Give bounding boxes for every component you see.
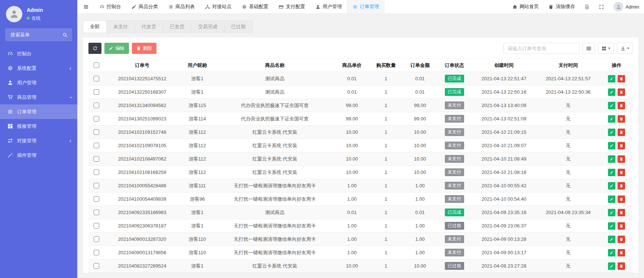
row-delete-button[interactable] bbox=[618, 236, 625, 243]
tab-completed[interactable]: 交易完成 bbox=[191, 20, 224, 33]
row-checkbox[interactable] bbox=[94, 156, 99, 162]
notes-button[interactable] bbox=[580, 0, 594, 13]
topnav-item-dashboard[interactable]: 控制台 bbox=[94, 0, 126, 13]
row-edit-button[interactable] bbox=[608, 249, 615, 256]
cell-product-name: 红盟云卡系统 代安装 bbox=[215, 139, 335, 152]
row-edit-button[interactable] bbox=[608, 222, 615, 230]
row-checkbox[interactable] bbox=[94, 76, 99, 81]
cell-amount: 99.00 bbox=[403, 112, 437, 126]
sidebar-item-label: 对接管理 bbox=[17, 138, 65, 144]
row-edit-button[interactable] bbox=[608, 182, 615, 190]
sidebar: Admin 在线 控制台系统配置‹用户管理商品管理‹订单管理模板管理对接管理‹插… bbox=[0, 0, 77, 278]
menu-search-input[interactable] bbox=[10, 32, 62, 38]
row-checkbox[interactable] bbox=[94, 143, 99, 148]
tab-unpaid[interactable]: 未支付 bbox=[107, 20, 135, 33]
row-edit-button[interactable] bbox=[608, 155, 615, 163]
menu-toggle-button[interactable] bbox=[77, 0, 94, 13]
row-checkbox[interactable] bbox=[94, 250, 99, 255]
row-delete-button[interactable] bbox=[618, 142, 625, 149]
row-edit-button[interactable] bbox=[608, 129, 615, 136]
row-checkbox[interactable] bbox=[94, 89, 99, 95]
row-edit-button[interactable] bbox=[608, 262, 615, 270]
row-delete-button[interactable] bbox=[618, 262, 625, 270]
print-button[interactable] bbox=[583, 43, 595, 54]
row-delete-button[interactable] bbox=[618, 169, 625, 176]
row-edit-button[interactable] bbox=[608, 169, 615, 176]
pencil-icon bbox=[610, 184, 614, 188]
row-delete-button[interactable] bbox=[618, 155, 625, 163]
sidebar-item-docking-management[interactable]: 对接管理‹ bbox=[0, 133, 77, 148]
row-checkbox[interactable] bbox=[94, 236, 99, 242]
row-delete-button[interactable] bbox=[618, 75, 625, 83]
sidebar-item-dashboard[interactable]: 控制台 bbox=[0, 46, 77, 61]
sidebar-item-order-management[interactable]: 订单管理 bbox=[0, 104, 77, 119]
select-all-checkbox[interactable] bbox=[94, 62, 99, 68]
tab-to-deliver[interactable]: 代发货 bbox=[135, 20, 163, 33]
row-delete-button[interactable] bbox=[618, 195, 625, 203]
sidebar-item-system-config[interactable]: 系统配置‹ bbox=[0, 61, 77, 75]
topnav-item-user-management[interactable]: 用户管理 bbox=[310, 0, 347, 13]
row-delete-button[interactable] bbox=[618, 129, 625, 136]
row-edit-button[interactable] bbox=[608, 236, 615, 243]
row-edit-button[interactable] bbox=[608, 102, 615, 109]
sidebar-item-goods-management[interactable]: 商品管理‹ bbox=[0, 90, 77, 104]
sidebar-item-user-management[interactable]: 用户管理 bbox=[0, 75, 77, 90]
cell-created-time: 2021-04-09 00:13:28 bbox=[472, 233, 536, 246]
menu-search[interactable] bbox=[5, 28, 72, 41]
row-edit-button[interactable] bbox=[608, 195, 615, 203]
row-checkbox[interactable] bbox=[94, 169, 99, 175]
row-delete-button[interactable] bbox=[618, 222, 625, 230]
col-header-product-name: 商品名称 bbox=[215, 59, 335, 72]
sidebar-item-plugin-management[interactable]: 插件管理 bbox=[0, 148, 77, 162]
row-checkbox[interactable] bbox=[94, 183, 99, 188]
topnav-item-goods-category[interactable]: 商品分类 bbox=[126, 0, 163, 13]
row-edit-button[interactable] bbox=[608, 142, 615, 149]
sidebar-item-template-management[interactable]: 模板管理 bbox=[0, 119, 77, 133]
refresh-button[interactable] bbox=[88, 43, 101, 54]
cell-created-time: 2021-04-10 21:08:49 bbox=[472, 152, 536, 166]
export-button[interactable]: ▾ bbox=[617, 43, 633, 54]
columns-filter-button[interactable]: ▾ bbox=[598, 43, 614, 54]
row-checkbox[interactable] bbox=[94, 116, 99, 122]
tab-all[interactable]: 全部 bbox=[83, 20, 107, 33]
topnav-item-basic-config[interactable]: 基础配置 bbox=[237, 0, 274, 13]
cell-product-name: 无打扰一键检测清理微信单向好友周卡 bbox=[215, 219, 335, 233]
topnav-item-order-management[interactable]: 订单管理 bbox=[347, 0, 385, 13]
row-checkbox[interactable] bbox=[94, 223, 99, 229]
row-edit-button[interactable] bbox=[608, 75, 615, 83]
row-edit-button[interactable] bbox=[608, 88, 615, 96]
topnav-item-payment-config[interactable]: 支付配置 bbox=[274, 0, 310, 13]
order-search-input[interactable] bbox=[504, 43, 580, 54]
fullscreen-button[interactable] bbox=[594, 0, 609, 13]
clear-cache-link[interactable]: 清除缓存 bbox=[544, 0, 580, 13]
row-delete-button[interactable] bbox=[618, 88, 625, 96]
delete-button[interactable]: 删除 bbox=[132, 43, 156, 54]
row-checkbox[interactable] bbox=[94, 129, 99, 135]
row-delete-button[interactable] bbox=[618, 249, 625, 256]
tab-expired[interactable]: 已过期 bbox=[224, 20, 253, 33]
pencil-icon bbox=[132, 4, 136, 9]
row-delete-button[interactable] bbox=[618, 102, 625, 109]
row-delete-button[interactable] bbox=[618, 182, 625, 190]
row-edit-button[interactable] bbox=[608, 209, 615, 216]
cell-created-time: 2021-04-09 00:13:17 bbox=[472, 246, 536, 259]
row-checkbox[interactable] bbox=[94, 103, 99, 108]
topnav-item-goods-list[interactable]: 商品列表 bbox=[163, 0, 200, 13]
pencil-icon bbox=[610, 251, 614, 255]
row-checkbox[interactable] bbox=[94, 263, 99, 269]
cell-product-name: 测试商品 bbox=[215, 85, 335, 99]
topnav-item-docking-site[interactable]: 对接站点 bbox=[200, 0, 237, 13]
tab-delivered[interactable]: 已发货 bbox=[163, 20, 191, 33]
row-edit-button[interactable] bbox=[608, 115, 615, 123]
row-checkbox[interactable] bbox=[94, 210, 99, 215]
row-delete-button[interactable] bbox=[618, 209, 625, 216]
row-checkbox[interactable] bbox=[94, 196, 99, 202]
site-home-link[interactable]: 网站首页 bbox=[508, 0, 544, 13]
status-badge: 未支付 bbox=[445, 235, 464, 243]
edit-button[interactable]: 编辑 bbox=[104, 43, 129, 54]
user-profile[interactable]: Admin 在线 bbox=[0, 0, 77, 26]
trash-icon bbox=[619, 104, 623, 107]
user-menu[interactable]: Admin bbox=[609, 0, 644, 13]
row-delete-button[interactable] bbox=[618, 115, 625, 123]
cell-paid-time: 无 bbox=[536, 152, 601, 166]
